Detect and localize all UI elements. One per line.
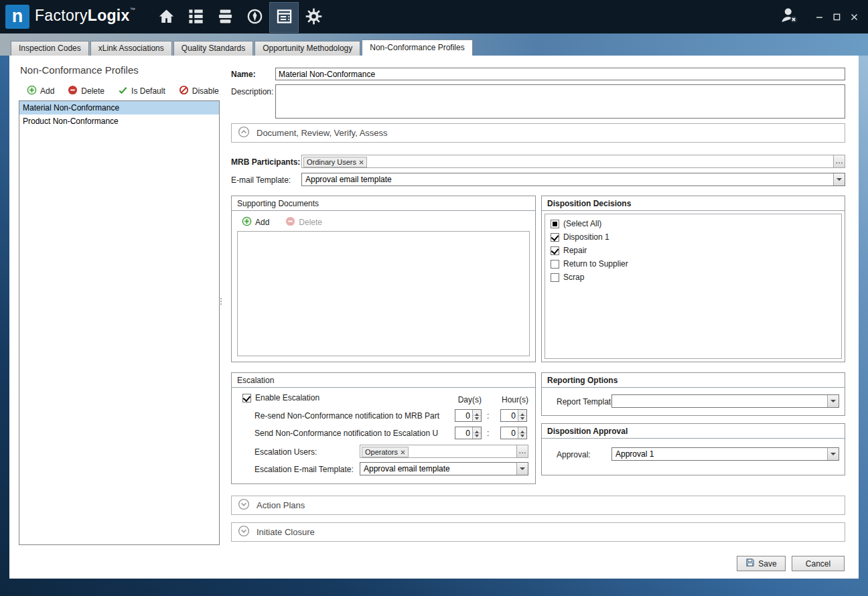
save-button[interactable]: Save	[737, 556, 786, 571]
add-icon	[242, 216, 252, 228]
send-days-input[interactable]	[455, 427, 472, 439]
chevron-down-icon[interactable]	[516, 463, 528, 475]
compass-icon	[246, 7, 264, 28]
name-input[interactable]	[275, 68, 845, 80]
tab-xlink-associations[interactable]: xLink Associations	[90, 41, 172, 56]
tab-non-conformance-profiles[interactable]: Non-Conformance Profiles	[362, 40, 472, 56]
select-all-checkbox[interactable]	[551, 220, 559, 228]
reporting-options-panel: Reporting Options Report Template:	[541, 372, 845, 416]
enable-escalation-row[interactable]: Enable Escalation	[242, 393, 319, 402]
enable-escalation-checkbox[interactable]	[242, 394, 251, 402]
add-document-button[interactable]: Add	[242, 216, 269, 228]
disposition-approval-panel: Disposition Approval Approval: Approval …	[541, 423, 845, 475]
add-profile-button[interactable]: Add	[27, 85, 54, 97]
escalation-users-field[interactable]: Operators …	[360, 445, 528, 458]
gear-icon	[305, 7, 323, 28]
stepper-up-icon[interactable]	[473, 410, 481, 416]
stepper-down-icon[interactable]	[473, 433, 481, 439]
report-template-dropdown[interactable]	[611, 394, 839, 408]
stepper-down-icon[interactable]	[518, 416, 526, 422]
is-default-check-icon	[118, 85, 128, 97]
close-button[interactable]	[845, 9, 863, 25]
profiles-toolbar: Add Delete Is Default Disable	[27, 85, 219, 97]
home-nav-button[interactable]	[151, 2, 181, 33]
scrap-checkbox[interactable]	[551, 273, 559, 282]
checkbox-row-return-to-supplier[interactable]: Return to Supplier	[551, 257, 841, 271]
list-item-product-non-conformance[interactable]: Product Non-Conformance	[19, 115, 219, 128]
resend-hours-input[interactable]	[501, 410, 517, 421]
return-to-supplier-checkbox[interactable]	[551, 260, 559, 269]
repair-checkbox[interactable]	[551, 246, 559, 255]
tab-opportunity-methodology[interactable]: Opportunity Methodology	[255, 41, 360, 56]
worksheet-nav-button[interactable]	[181, 2, 210, 33]
quality-documents-nav-button[interactable]	[269, 2, 299, 33]
resend-days-stepper[interactable]	[455, 409, 482, 422]
section-document-title: Document, Review, Verify, Assess	[257, 128, 388, 138]
stepper-up-icon[interactable]	[518, 427, 526, 433]
remove-token-icon[interactable]	[359, 158, 364, 166]
section-initiate-closure[interactable]: Initiate Closure	[231, 522, 845, 542]
section-action-plans[interactable]: Action Plans	[231, 496, 845, 515]
send-hours-stepper[interactable]	[500, 427, 527, 439]
resend-days-input[interactable]	[455, 410, 472, 421]
resend-hours-stepper[interactable]	[500, 409, 527, 422]
main-content: Non-Conformance Profiles Add Delete Is D…	[9, 56, 859, 579]
user-account-button[interactable]	[776, 3, 802, 30]
checkbox-row-select-all[interactable]: (Select All)	[551, 217, 841, 230]
chevron-down-icon[interactable]	[827, 448, 839, 460]
disposition-1-checkbox[interactable]	[551, 233, 559, 242]
supporting-documents-list[interactable]	[237, 231, 530, 356]
send-hours-input[interactable]	[501, 427, 517, 439]
email-template-dropdown[interactable]: Approval email template	[301, 173, 845, 186]
reporting-options-title: Reporting Options	[542, 373, 845, 388]
disable-profile-button[interactable]: Disable	[179, 85, 219, 97]
stepper-down-icon[interactable]	[518, 433, 526, 439]
mrb-participants-picker-button[interactable]: …	[833, 155, 845, 167]
chevron-down-icon[interactable]	[833, 173, 845, 185]
minimize-button[interactable]	[810, 9, 828, 25]
send-notification-label: Send Non-Conformance notification to Esc…	[255, 429, 451, 438]
send-days-stepper[interactable]	[455, 427, 482, 439]
is-default-button[interactable]: Is Default	[118, 85, 165, 97]
stepper-down-icon[interactable]	[473, 416, 481, 422]
section-initiate-closure-title: Initiate Closure	[257, 527, 315, 537]
delete-icon	[68, 85, 78, 97]
supporting-documents-toolbar: Add Delete	[242, 216, 322, 228]
cancel-button[interactable]: Cancel	[792, 556, 845, 571]
supporting-documents-panel: Supporting Documents Add Delete	[231, 196, 536, 362]
tab-quality-standards[interactable]: Quality Standards	[173, 41, 253, 56]
description-label: Description:	[231, 87, 273, 96]
checkbox-row-disposition-1[interactable]: Disposition 1	[551, 230, 841, 244]
delete-document-button[interactable]: Delete	[285, 216, 322, 228]
name-label: Name:	[231, 70, 256, 79]
delete-icon-disabled	[285, 216, 295, 228]
remove-token-icon[interactable]	[401, 448, 405, 456]
escalation-users-picker-button[interactable]: …	[516, 445, 528, 457]
chevron-down-icon[interactable]	[827, 395, 839, 407]
titlebar: n FactoryLogix™	[0, 0, 868, 33]
section-document-review-verify-assess[interactable]: Document, Review, Verify, Assess	[231, 123, 845, 143]
supporting-documents-title: Supporting Documents	[232, 196, 535, 211]
main-nav	[151, 0, 328, 33]
settings-nav-button[interactable]	[299, 2, 328, 33]
disposition-decisions-list: (Select All) Disposition 1 Repair Return…	[545, 214, 842, 359]
checkbox-row-repair[interactable]: Repair	[551, 244, 841, 257]
mrb-participants-field[interactable]: Ordinary Users …	[301, 155, 845, 168]
list-item-material-non-conformance[interactable]: Material Non-Conformance	[19, 101, 219, 115]
hours-column-header: Hour(s)	[499, 395, 528, 404]
panel-splitter[interactable]	[220, 297, 222, 307]
days-column-header: Day(s)	[455, 395, 482, 404]
navigator-nav-button[interactable]	[240, 2, 269, 33]
approval-dropdown[interactable]: Approval 1	[611, 447, 839, 461]
delete-profile-button[interactable]: Delete	[68, 85, 104, 97]
stepper-up-icon[interactable]	[473, 427, 481, 433]
escalation-email-template-dropdown[interactable]: Approval email template	[360, 462, 528, 475]
checkbox-row-scrap[interactable]: Scrap	[551, 271, 841, 284]
batch-stack-nav-button[interactable]	[210, 2, 240, 33]
tab-inspection-codes[interactable]: Inspection Codes	[11, 41, 89, 56]
description-input[interactable]	[275, 84, 845, 119]
section-action-plans-title: Action Plans	[257, 500, 305, 510]
user-logoff-icon	[779, 5, 799, 28]
stepper-up-icon[interactable]	[518, 410, 526, 416]
maximize-button[interactable]	[828, 9, 845, 25]
